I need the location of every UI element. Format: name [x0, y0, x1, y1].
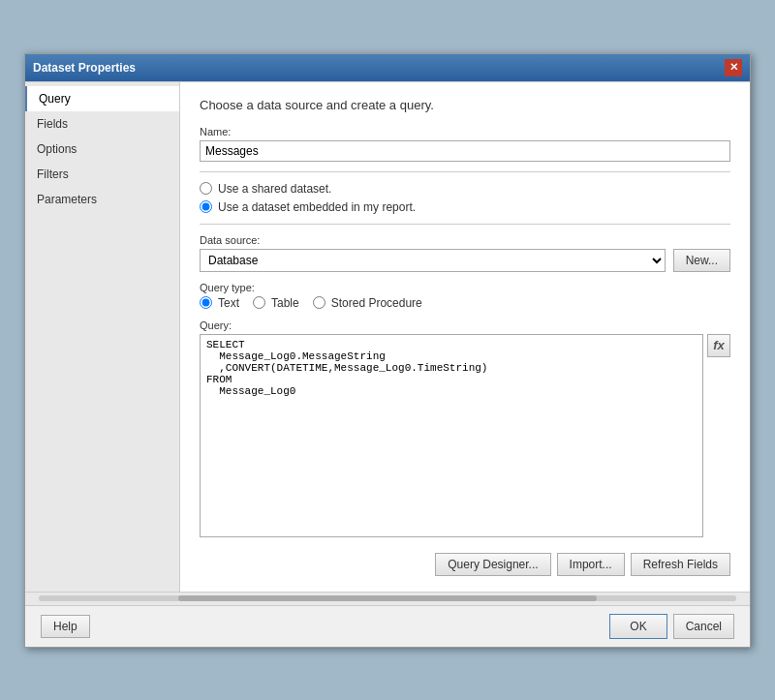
- fx-button[interactable]: fx: [707, 334, 730, 357]
- horizontal-scrollbar[interactable]: [25, 592, 750, 605]
- radio-table[interactable]: Table: [253, 296, 299, 310]
- radio-embedded-dataset[interactable]: Use a dataset embedded in my report.: [200, 200, 730, 214]
- radio-shared-label: Use a shared dataset.: [218, 182, 331, 196]
- dataset-type-radio-group: Use a shared dataset. Use a dataset embe…: [200, 182, 730, 214]
- section-title: Choose a data source and create a query.: [200, 98, 730, 112]
- ok-button[interactable]: OK: [609, 614, 666, 639]
- divider-1: [200, 171, 730, 172]
- radio-stored-procedure[interactable]: Stored Procedure: [313, 296, 422, 310]
- radio-embedded-label: Use a dataset embedded in my report.: [218, 200, 416, 214]
- sidebar-item-options[interactable]: Options: [25, 137, 179, 162]
- radio-text-label: Text: [218, 296, 239, 310]
- import-button[interactable]: Import...: [557, 553, 625, 576]
- data-source-row: Database New...: [200, 249, 730, 272]
- name-input[interactable]: [200, 140, 730, 162]
- dialog-title: Dataset Properties: [33, 61, 136, 75]
- footer-right: OK Cancel: [609, 614, 734, 639]
- scroll-thumb: [178, 595, 597, 601]
- sidebar-item-parameters[interactable]: Parameters: [25, 187, 179, 212]
- sidebar-item-filters[interactable]: Filters: [25, 162, 179, 187]
- radio-text[interactable]: Text: [200, 296, 239, 310]
- radio-table-label: Table: [271, 296, 299, 310]
- dialog-body: Query Fields Options Filters Parameters …: [25, 81, 750, 592]
- sidebar-item-fields[interactable]: Fields: [25, 111, 179, 137]
- divider-2: [200, 224, 730, 225]
- query-area-wrapper: SELECT Message_Log0.MessageString ,CONVE…: [200, 334, 730, 537]
- query-designer-button[interactable]: Query Designer...: [435, 553, 550, 576]
- query-type-row: Text Table Stored Procedure: [200, 296, 730, 310]
- radio-shared-input[interactable]: [200, 182, 212, 195]
- query-type-label: Query type:: [200, 282, 730, 293]
- data-source-select[interactable]: Database: [200, 249, 666, 272]
- dataset-properties-dialog: Dataset Properties ✕ Query Fields Option…: [24, 53, 751, 648]
- radio-stored-proc-label: Stored Procedure: [331, 296, 422, 310]
- data-source-label: Data source:: [200, 234, 730, 246]
- radio-table-input[interactable]: [253, 296, 265, 309]
- radio-stored-proc-input[interactable]: [313, 296, 326, 309]
- radio-embedded-input[interactable]: [200, 200, 212, 213]
- help-button[interactable]: Help: [41, 615, 90, 638]
- main-content: Choose a data source and create a query.…: [180, 82, 750, 592]
- name-label: Name:: [200, 126, 730, 137]
- refresh-fields-button[interactable]: Refresh Fields: [631, 553, 730, 576]
- scroll-track: [39, 595, 736, 601]
- radio-text-input[interactable]: [200, 296, 212, 309]
- query-label: Query:: [200, 320, 730, 331]
- cancel-button[interactable]: Cancel: [673, 614, 734, 639]
- radio-shared-dataset[interactable]: Use a shared dataset.: [200, 182, 730, 196]
- bottom-buttons: Query Designer... Import... Refresh Fiel…: [200, 547, 730, 576]
- sidebar-item-query[interactable]: Query: [25, 86, 179, 111]
- new-button[interactable]: New...: [673, 249, 730, 272]
- sidebar: Query Fields Options Filters Parameters: [25, 82, 180, 592]
- close-button[interactable]: ✕: [725, 59, 742, 76]
- query-textarea[interactable]: SELECT Message_Log0.MessageString ,CONVE…: [200, 334, 703, 537]
- title-bar: Dataset Properties ✕: [25, 54, 750, 81]
- dialog-footer: Help OK Cancel: [25, 605, 750, 647]
